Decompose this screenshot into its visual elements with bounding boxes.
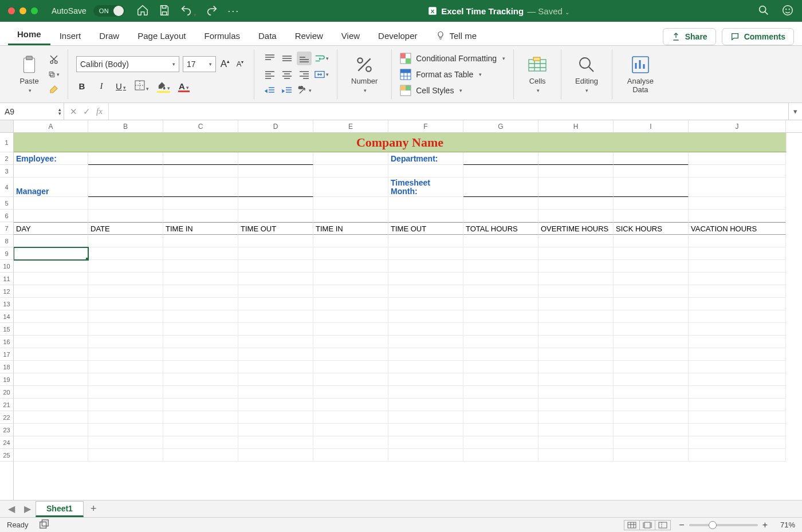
comments-button[interactable]: Comments	[722, 28, 794, 45]
column-header-H[interactable]: H	[538, 120, 614, 132]
cell[interactable]	[14, 165, 88, 178]
row-header[interactable]: 14	[0, 310, 13, 323]
share-button[interactable]: Share	[663, 28, 716, 45]
page-layout-view-icon[interactable]	[639, 520, 655, 530]
cell[interactable]	[463, 348, 538, 361]
cell[interactable]	[689, 399, 786, 411]
cell[interactable]	[88, 285, 163, 298]
cell[interactable]	[163, 247, 238, 260]
cell[interactable]	[163, 235, 238, 247]
minimize-window[interactable]	[19, 7, 26, 14]
cell[interactable]	[313, 165, 388, 178]
cell[interactable]	[463, 210, 538, 222]
cell[interactable]	[163, 273, 238, 285]
align-top-icon[interactable]	[262, 52, 277, 65]
cell[interactable]	[163, 210, 238, 222]
cell[interactable]	[614, 210, 689, 222]
cell[interactable]: OVERTIME HOURS	[538, 222, 614, 235]
fx-icon[interactable]: fx	[96, 107, 103, 116]
cell[interactable]	[238, 197, 313, 210]
cell[interactable]	[463, 310, 538, 323]
cell[interactable]	[463, 386, 538, 399]
bold-button[interactable]: B	[76, 81, 88, 91]
cell[interactable]	[88, 373, 163, 386]
row-header[interactable]: 23	[0, 424, 13, 436]
redo-icon[interactable]	[206, 4, 218, 18]
cell[interactable]	[538, 424, 614, 436]
cell[interactable]	[463, 399, 538, 411]
cell[interactable]	[14, 373, 88, 386]
cell[interactable]	[313, 210, 388, 222]
cell[interactable]	[463, 424, 538, 436]
cell[interactable]	[689, 235, 786, 247]
cell[interactable]	[388, 361, 463, 373]
cell[interactable]	[14, 399, 88, 411]
cell[interactable]	[538, 336, 614, 348]
column-header-I[interactable]: I	[614, 120, 689, 132]
cell[interactable]	[538, 235, 614, 247]
row-header[interactable]: 10	[0, 260, 13, 273]
tab-formulas[interactable]: Formulas	[195, 25, 249, 45]
cell[interactable]	[88, 298, 163, 310]
cell[interactable]	[238, 210, 313, 222]
cell[interactable]	[463, 361, 538, 373]
cell[interactable]: Manager	[14, 178, 88, 197]
align-right-icon[interactable]	[297, 68, 312, 81]
cell[interactable]	[689, 449, 786, 462]
cell[interactable]	[238, 310, 313, 323]
cell[interactable]	[538, 399, 614, 411]
tab-review[interactable]: Review	[286, 25, 332, 45]
close-window[interactable]	[8, 7, 15, 14]
cell[interactable]	[313, 235, 388, 247]
formula-collapse-icon[interactable]: ▾	[788, 103, 802, 120]
cell[interactable]	[614, 178, 689, 197]
tab-page-layout[interactable]: Page Layout	[128, 25, 195, 45]
cell[interactable]	[689, 436, 786, 449]
save-icon[interactable]	[158, 4, 171, 18]
row-header[interactable]: 20	[0, 386, 13, 399]
cell[interactable]	[538, 373, 614, 386]
row-header[interactable]: 12	[0, 285, 13, 298]
row-header[interactable]: 21	[0, 399, 13, 411]
cell[interactable]	[14, 273, 88, 285]
cell[interactable]	[163, 310, 238, 323]
cell[interactable]	[689, 210, 786, 222]
cell[interactable]	[14, 323, 88, 336]
cell[interactable]	[14, 436, 88, 449]
zoom-in-button[interactable]: +	[762, 520, 768, 530]
cell[interactable]	[88, 197, 163, 210]
cell[interactable]	[163, 373, 238, 386]
cells-button[interactable]: Cells ▾	[522, 53, 553, 96]
cell[interactable]	[538, 323, 614, 336]
format-as-table-button[interactable]: Format as Table▾	[400, 68, 482, 81]
cell[interactable]	[689, 260, 786, 273]
cell[interactable]	[313, 323, 388, 336]
undo-icon[interactable]: ▾	[180, 4, 196, 18]
conditional-formatting-button[interactable]: Conditional Formatting▾	[400, 52, 505, 65]
zoom-slider[interactable]	[689, 524, 758, 526]
row-header[interactable]: 5	[0, 197, 13, 210]
cell[interactable]	[538, 260, 614, 273]
home-icon[interactable]	[136, 4, 149, 18]
cell[interactable]	[614, 310, 689, 323]
column-header-J[interactable]: J	[689, 120, 786, 132]
cell[interactable]	[238, 336, 313, 348]
cell[interactable]	[388, 424, 463, 436]
zoom-out-button[interactable]: −	[679, 520, 684, 530]
cell[interactable]	[689, 424, 786, 436]
cell[interactable]	[388, 386, 463, 399]
name-box[interactable]: A9 ▴▾	[0, 103, 64, 120]
macro-record-icon[interactable]	[39, 519, 49, 531]
cell[interactable]	[88, 178, 163, 197]
orientation-icon[interactable]: ab▾	[297, 84, 312, 97]
cell[interactable]	[689, 247, 786, 260]
cell[interactable]	[538, 247, 614, 260]
cell[interactable]	[88, 361, 163, 373]
cell[interactable]	[313, 399, 388, 411]
cell[interactable]	[538, 285, 614, 298]
cell[interactable]	[538, 361, 614, 373]
row-header[interactable]: 4	[0, 178, 13, 197]
cell[interactable]	[14, 247, 88, 260]
cell[interactable]	[313, 178, 388, 197]
cell[interactable]	[313, 285, 388, 298]
